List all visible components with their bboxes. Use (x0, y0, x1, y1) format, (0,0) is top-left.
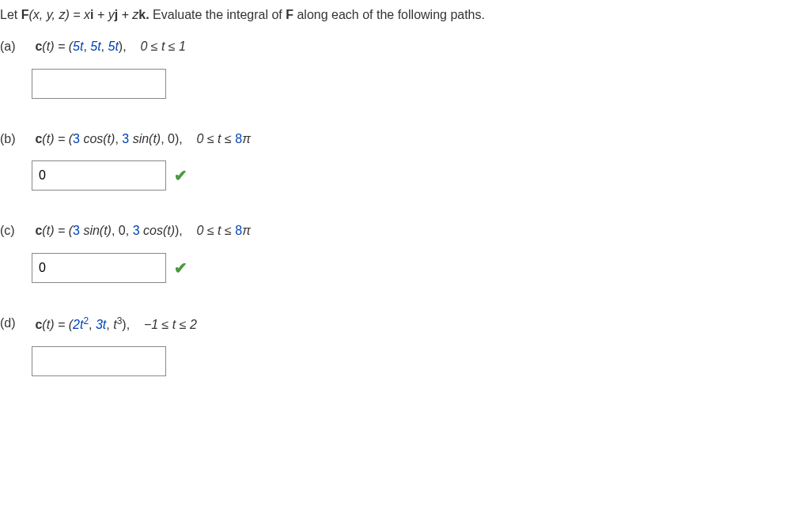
header-F2: F (286, 8, 293, 21)
part-c-c2: , (126, 224, 133, 237)
part-b-c2: , (161, 132, 168, 145)
part-c-p2: 0 (119, 224, 126, 237)
part-a-p2: 5t (90, 40, 100, 53)
part-c-p3b: cos(t) (140, 224, 175, 237)
part-b-p2b: sin(t) (129, 132, 161, 145)
question-header: Let F(x, y, z) = xi + yj + zk. Evaluate … (0, 6, 804, 24)
part-a-label: (a) (0, 38, 32, 55)
part-a-range: 0 ≤ t ≤ 1 (140, 40, 186, 53)
part-b-answer-row: ✔ (32, 160, 804, 191)
part-b: (b) c(t) = (3 cos(t), 3 sin(t), 0), 0 ≤ … (0, 130, 804, 191)
part-d-close: ), (122, 318, 130, 331)
part-d-p2: 3t (96, 318, 106, 331)
part-b-topen: (t) = ( (42, 132, 73, 145)
part-d-topen: (t) = ( (42, 318, 73, 331)
part-b-content: c(t) = (3 cos(t), 3 sin(t), 0), 0 ≤ t ≤ … (35, 130, 250, 148)
part-d: (d) c(t) = (2t2, 3t, t3), −1 ≤ t ≤ 2 (0, 315, 804, 377)
part-b-close: ), (175, 132, 183, 145)
part-a-answer-input[interactable] (32, 69, 166, 99)
part-d-answer-input[interactable] (32, 346, 166, 376)
header-text: Let (0, 8, 21, 21)
part-c-p1: 3 (73, 224, 80, 237)
part-c-range-pre: 0 ≤ t ≤ (197, 224, 236, 237)
part-d-c2: , (106, 318, 113, 331)
header-tail: along each of the following paths. (293, 8, 485, 21)
part-c-range-pi: π (242, 224, 251, 237)
part-d-answer-row (32, 346, 804, 376)
part-c: (c) c(t) = (3 sin(t), 0, 3 cos(t)), 0 ≤ … (0, 222, 804, 282)
part-b-answer-input[interactable] (32, 160, 166, 191)
part-a: (a) c(t) = (5t, 5t, 5t), 0 ≤ t ≤ 1 (0, 38, 804, 98)
header-k: k. (138, 8, 149, 21)
part-b-p1: 3 (73, 132, 80, 145)
header-plus-z: + z (118, 8, 138, 21)
part-d-range: −1 ≤ t ≤ 2 (144, 318, 197, 331)
part-c-answer-input[interactable] (32, 253, 166, 283)
part-d-content: c(t) = (2t2, 3t, t3), −1 ≤ t ≤ 2 (35, 315, 196, 334)
part-a-c2: , (101, 40, 108, 53)
part-c-range-num: 8 (235, 224, 242, 237)
part-b-p3: 0 (168, 132, 175, 145)
part-b-c1: , (115, 132, 122, 145)
part-b-p1b: cos(t) (80, 132, 115, 145)
part-c-topen: (t) = ( (42, 224, 73, 237)
part-d-label: (d) (0, 315, 32, 332)
header-args: (x, y, z) = x (28, 8, 89, 21)
part-a-close: ), (119, 40, 127, 53)
header-F: F (21, 8, 29, 21)
part-a-p1: 5t (73, 40, 83, 53)
part-a-c1: , (83, 40, 90, 53)
part-c-p3: 3 (133, 224, 140, 237)
part-a-content: c(t) = (5t, 5t, 5t), 0 ≤ t ≤ 1 (35, 38, 186, 55)
part-c-label: (c) (0, 222, 32, 240)
part-c-c1: , (112, 224, 119, 237)
part-d-p1: 2t (73, 318, 83, 331)
part-b-range-pi: π (242, 132, 251, 145)
header-suffix: Evaluate the integral of (150, 8, 286, 21)
part-c-answer-row: ✔ (32, 253, 804, 283)
part-c-close: ), (175, 224, 183, 237)
part-c-p1b: sin(t) (80, 224, 112, 237)
header-plus-y: + y (93, 8, 114, 21)
part-a-answer-row (32, 69, 804, 99)
part-b-label: (b) (0, 130, 32, 148)
part-b-range-pre: 0 ≤ t ≤ (197, 132, 236, 145)
check-icon: ✔ (174, 257, 187, 279)
part-a-p3: 5t (108, 40, 119, 53)
part-b-p2: 3 (122, 132, 129, 145)
check-icon: ✔ (174, 164, 187, 187)
part-a-topen: (t) = ( (42, 40, 73, 53)
part-d-c1: , (89, 318, 96, 331)
part-b-range-num: 8 (235, 132, 242, 145)
part-c-content: c(t) = (3 sin(t), 0, 3 cos(t)), 0 ≤ t ≤ … (35, 222, 250, 240)
